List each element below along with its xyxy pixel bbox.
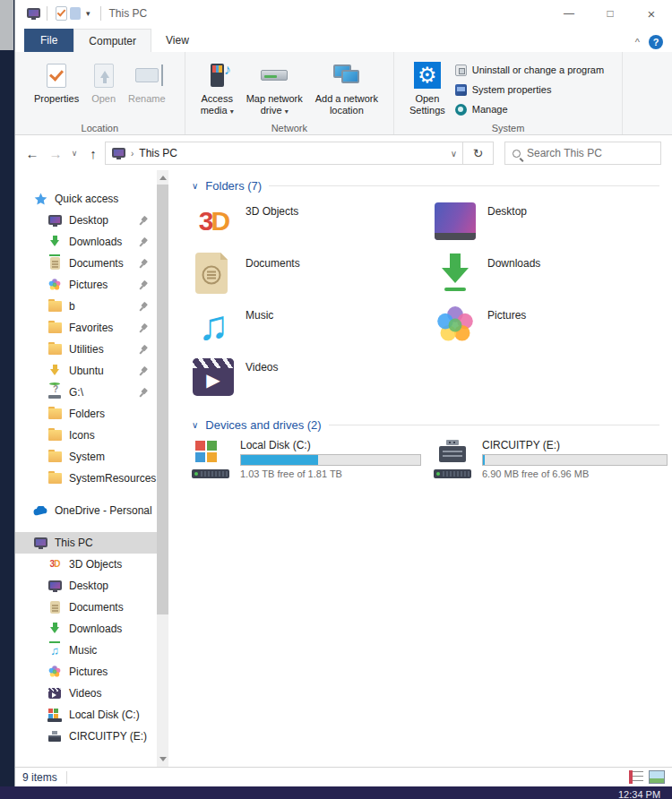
tile-videos[interactable]: ▶ Videos	[192, 356, 434, 408]
breadcrumb-location[interactable]: This PC	[139, 147, 177, 159]
uninstall-program-button[interactable]: Uninstall or change a program	[452, 62, 607, 78]
pin-icon	[136, 279, 151, 293]
ribbon-group-system: ⚙ OpenSettings Uninstall or change a pro…	[394, 52, 623, 134]
section-rule	[269, 185, 659, 186]
sidebar-item-downloads[interactable]: Downloads	[15, 231, 157, 253]
sidebar-item-icons[interactable]: Icons	[15, 425, 157, 446]
separator	[100, 6, 101, 21]
uninstall-icon	[455, 64, 467, 76]
drive-tiles: Local Disk (C:) 1.03 TB free of 1.81 TB	[192, 439, 659, 480]
qat-properties-icon[interactable]	[54, 6, 68, 21]
thumbnail-view-icon[interactable]	[649, 770, 665, 784]
search-icon	[513, 150, 521, 158]
sidebar-scrollbar[interactable]	[157, 170, 168, 767]
sidebar-item-favorites[interactable]: Favorites	[15, 317, 157, 339]
pin-icon	[136, 257, 151, 271]
search-box[interactable]	[504, 142, 661, 165]
window-title: This PC	[109, 7, 148, 20]
open-icon	[94, 59, 114, 91]
usb-drive-icon	[47, 729, 62, 743]
sidebar-item-system[interactable]: System	[15, 446, 157, 468]
manage-button[interactable]: Manage	[452, 101, 607, 117]
tile-music[interactable]: ♫ Music	[192, 304, 434, 356]
sidebar-item-ubuntu[interactable]: Ubuntu	[15, 360, 157, 382]
maximize-button[interactable]: □	[590, 0, 631, 27]
open-settings-button[interactable]: ⚙ OpenSettings	[403, 56, 452, 120]
sidebar-item-folders[interactable]: Folders	[15, 403, 157, 425]
help-icon[interactable]: ?	[649, 35, 663, 49]
file-list-pane: ∨ Folders (7) 3D 3D Objects Desktop	[168, 170, 672, 767]
title-bar[interactable]: ▾ This PC — □ ×	[15, 0, 672, 27]
folders-section-header[interactable]: ∨ Folders (7)	[192, 179, 659, 193]
history-dropdown-icon[interactable]: ∨	[67, 149, 82, 158]
address-bar[interactable]: › This PC ∨	[105, 142, 463, 165]
up-button[interactable]: ↑	[82, 146, 105, 161]
details-view-icon[interactable]	[629, 770, 643, 784]
rename-button[interactable]: Rename	[122, 56, 172, 108]
tile-documents[interactable]: Documents	[192, 252, 434, 304]
scroll-up-icon[interactable]	[159, 176, 167, 180]
manage-icon	[455, 104, 467, 116]
address-dropdown-icon[interactable]: ∨	[451, 149, 457, 159]
sidebar-item-b[interactable]: b	[15, 296, 157, 317]
minimize-button[interactable]: —	[548, 0, 590, 27]
sidebar-item-systemresources[interactable]: SystemResources	[15, 468, 157, 489]
open-button[interactable]: Open	[85, 56, 122, 108]
map-network-drive-button[interactable]: Map networkdrive ▾	[240, 56, 309, 121]
properties-button[interactable]: Properties	[28, 56, 85, 108]
sidebar-item-desktop[interactable]: Desktop	[15, 210, 157, 231]
tab-file[interactable]: File	[24, 29, 73, 52]
taskbar[interactable]: 12:34 PM	[0, 786, 672, 799]
tile-downloads[interactable]: Downloads	[434, 252, 672, 304]
sidebar-item-3d-objects[interactable]: 3D3D Objects	[15, 554, 157, 575]
forward-button[interactable]: →	[44, 146, 67, 161]
access-media-button[interactable]: ♪ Accessmedia ▾	[194, 56, 240, 121]
refresh-button[interactable]: ↻	[463, 142, 494, 165]
back-button[interactable]: ←	[21, 146, 44, 161]
sidebar-item-pc-pictures[interactable]: Pictures	[15, 661, 157, 683]
sidebar-item-quick-access[interactable]: Quick access	[15, 188, 157, 210]
tile-3d-objects[interactable]: 3D 3D Objects	[192, 200, 434, 252]
qat-customize-dropdown-icon[interactable]: ▾	[86, 9, 90, 18]
drive-local-disk-c[interactable]: Local Disk (C:) 1.03 TB free of 1.81 TB	[192, 439, 434, 480]
collapse-ribbon-icon[interactable]: ^	[635, 37, 640, 47]
this-pc-icon	[111, 146, 125, 160]
sidebar-item-pc-videos[interactable]: Videos	[15, 683, 157, 704]
drive-circuitpy-e[interactable]: CIRCUITPY (E:) 6.90 MB free of 6.96 MB	[434, 439, 672, 480]
sidebar-item-pc-documents[interactable]: Documents	[15, 597, 157, 618]
add-network-location-button[interactable]: Add a networklocation	[309, 56, 384, 120]
sidebar-item-circuitpy-e[interactable]: CIRCUITPY (E:)	[15, 726, 157, 747]
tile-pictures[interactable]: Pictures	[434, 304, 672, 356]
chevron-down-icon[interactable]: ∨	[192, 181, 198, 191]
sidebar-item-local-disk-c[interactable]: Local Disk (C:)	[15, 704, 157, 726]
sidebar-item-onedrive[interactable]: OneDrive - Personal	[15, 500, 157, 521]
breadcrumb-separator-icon[interactable]: ›	[131, 149, 134, 159]
qat-new-folder-icon[interactable]	[68, 6, 82, 21]
desktop-gradient-icon	[434, 200, 477, 243]
sidebar-item-pictures[interactable]: Pictures	[15, 274, 157, 296]
search-input[interactable]	[527, 147, 653, 159]
sidebar-item-this-pc[interactable]: This PC	[15, 532, 157, 554]
tile-desktop[interactable]: Desktop	[434, 200, 672, 252]
chevron-down-icon[interactable]: ∨	[192, 420, 198, 430]
sidebar-item-g-drive[interactable]: ?G:\	[15, 382, 157, 403]
capacity-bar	[482, 454, 668, 466]
sidebar-item-documents[interactable]: Documents	[15, 253, 157, 274]
ribbon-tab-row: File Computer View ^ ?	[15, 27, 672, 52]
tab-computer[interactable]: Computer	[73, 29, 151, 52]
ribbon-group-network: ♪ Accessmedia ▾ Map networkdrive ▾ Add a…	[185, 52, 394, 134]
close-button[interactable]: ×	[631, 0, 672, 27]
taskbar-clock[interactable]: 12:34 PM	[618, 789, 660, 799]
drives-section-header[interactable]: ∨ Devices and drives (2)	[192, 418, 659, 432]
sidebar-item-pc-desktop[interactable]: Desktop	[15, 575, 157, 597]
folder-icon	[47, 321, 62, 335]
scrollbar-thumb[interactable]	[157, 185, 168, 614]
tab-view[interactable]: View	[151, 29, 203, 52]
sidebar-item-utilities[interactable]: Utilities	[15, 339, 157, 360]
scroll-down-icon[interactable]	[159, 757, 167, 761]
media-server-icon: ♪	[211, 59, 224, 91]
sidebar-item-pc-downloads[interactable]: Downloads	[15, 618, 157, 640]
items-count: 9 items	[22, 771, 57, 784]
system-properties-button[interactable]: System properties	[452, 82, 607, 98]
sidebar-item-pc-music[interactable]: ♫Music	[15, 640, 157, 661]
